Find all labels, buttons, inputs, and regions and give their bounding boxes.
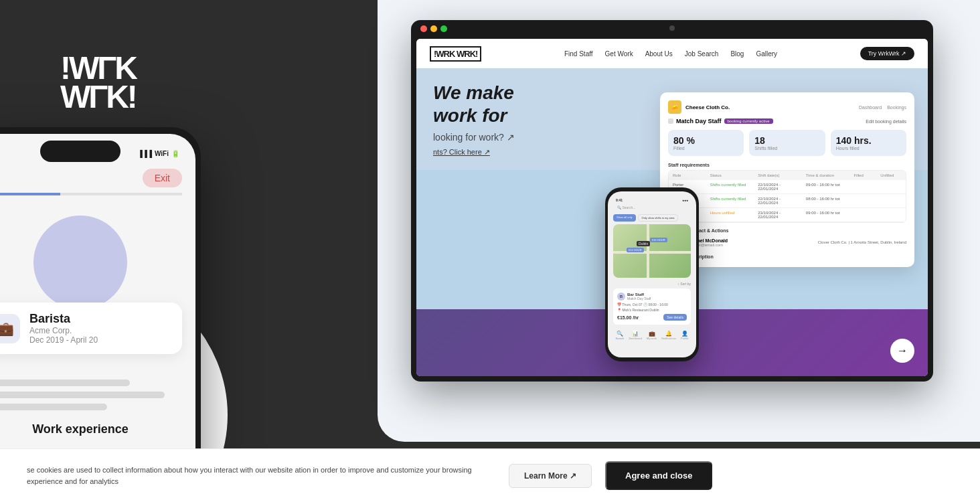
company-name: Cheese Cloth Co. bbox=[685, 104, 730, 110]
avatar bbox=[33, 216, 127, 309]
learn-more-button[interactable]: Learn More ↗ bbox=[509, 464, 592, 488]
skeleton-bar-3 bbox=[0, 404, 107, 410]
company-icon: 🧀 bbox=[668, 100, 681, 114]
nav-search[interactable]: 🔍 Search bbox=[616, 331, 625, 340]
location-info: Clover Cloth Co. | 1 Arnotts Street, Dub… bbox=[818, 240, 906, 244]
arrow-right-button[interactable]: → bbox=[890, 339, 914, 363]
small-phone-screen: 9:41 ●●● 🔍 Search... Show all only Only … bbox=[608, 191, 696, 357]
nav-notifications[interactable]: 🔔 Notifications bbox=[661, 331, 676, 340]
staff-table: Role Status Shift date(s) Time & duratio… bbox=[668, 170, 906, 223]
edit-booking-label[interactable]: Edit booking details bbox=[866, 119, 906, 124]
staff-requirements-label: Staff requirements bbox=[668, 163, 906, 167]
exit-button[interactable]: Exit bbox=[143, 169, 182, 187]
stats-row: 80 % Filled 18 Shifts filled 140 hrs. Ho… bbox=[668, 130, 906, 156]
website-logo: !WRK WRK! bbox=[430, 46, 481, 62]
filter-buttons: Show all only Only show shifts in my are… bbox=[613, 214, 691, 222]
window-controls bbox=[420, 25, 447, 32]
nav-blog[interactable]: Blog bbox=[730, 50, 744, 58]
booking-title: Match Day Staff bbox=[676, 118, 722, 124]
map-price-label: €12 HOUR bbox=[627, 248, 644, 252]
phone-notch bbox=[40, 141, 120, 162]
stat-hours: 140 hrs. Hours filled bbox=[831, 130, 906, 156]
maximize-dot bbox=[440, 25, 447, 32]
contact-info: M Michael McDonald michael@email.com Clo… bbox=[668, 236, 906, 249]
cookie-banner: se cookies are used to collect informati… bbox=[0, 448, 980, 502]
job-date: Dec 2019 - April 20 bbox=[29, 335, 98, 345]
small-listing-card[interactable]: B Bar Staff Match Day Staff 📅 Thurs, Oct… bbox=[613, 288, 691, 325]
map-label-dublin: Dublin bbox=[637, 241, 650, 246]
nav-dashboard[interactable]: 📊 Dashboard bbox=[629, 331, 642, 340]
website-nav: Find Staff Get Work About Us Job Search … bbox=[501, 50, 839, 58]
booking-status-badge: booking currently active bbox=[724, 118, 773, 124]
table-row: Barista Hours unfilled 23/10/2024 - 22/0… bbox=[669, 208, 906, 222]
table-row: Bar Staff Shifts currently filled 22/10/… bbox=[669, 194, 906, 208]
booking-icon bbox=[668, 118, 673, 124]
show-all-btn[interactable]: Show all only bbox=[613, 214, 636, 222]
main-phone-mockup: 9:41 ▐▐▐ WiFi 🔋 ← Exit 💼 Barista bbox=[0, 127, 201, 502]
hero-headline: We make work for bbox=[433, 82, 634, 127]
stat-filled: 80 % Filled bbox=[668, 130, 744, 156]
description-label: Booking description bbox=[668, 254, 906, 259]
map-price-label-2: €16 HOUR bbox=[650, 238, 667, 242]
minimize-dot bbox=[430, 25, 437, 32]
contact-section-label: Booking Contact & Actions bbox=[668, 228, 906, 233]
small-search-bar[interactable]: 🔍 Search... bbox=[613, 203, 691, 212]
main-content-area: !WRK WRK! Find Staff Get Work About Us J… bbox=[378, 0, 980, 442]
bookings-label: Bookings bbox=[887, 105, 906, 110]
table-header-row: Role Status Shift date(s) Time & duratio… bbox=[669, 171, 906, 180]
small-phone-nav: 🔍 Search 📊 Dashboard 💼 My work 🔔 Notific… bbox=[613, 327, 691, 343]
job-info: Barista Acme Corp. Dec 2019 - April 20 bbox=[29, 312, 98, 345]
map-road-h bbox=[613, 251, 691, 254]
skeleton-bar-1 bbox=[0, 380, 130, 386]
stat-shifts: 18 Shifts filled bbox=[749, 130, 825, 156]
sort-by[interactable]: ↕ Sort by bbox=[613, 282, 691, 286]
job-title: Barista bbox=[29, 312, 98, 326]
nav-job-search[interactable]: Job Search bbox=[685, 50, 719, 58]
small-map: Dublin €12 HOUR €16 HOUR bbox=[613, 224, 691, 278]
camera-dot bbox=[669, 25, 675, 31]
job-company: Acme Corp. bbox=[29, 326, 98, 335]
nav-my-work[interactable]: 💼 My work bbox=[647, 331, 657, 340]
phone-status-icons: ▐▐▐ WiFi 🔋 bbox=[138, 150, 179, 157]
agree-and-close-button[interactable]: Agree and close bbox=[605, 461, 712, 490]
filter-area-btn[interactable]: Only show shifts in my area bbox=[638, 214, 679, 222]
small-phone-content: 9:41 ●●● 🔍 Search... Show all only Only … bbox=[608, 191, 696, 348]
avatar-container bbox=[33, 216, 127, 309]
small-phone-status: 9:41 ●●● bbox=[613, 197, 691, 203]
nav-gallery[interactable]: Gallery bbox=[756, 50, 777, 58]
phone-screen: 9:41 ▐▐▐ WiFi 🔋 ← Exit 💼 Barista bbox=[0, 134, 195, 502]
brand-logo: !WΓK WΓK! bbox=[60, 54, 136, 111]
logo-area: !WΓK WΓK! bbox=[60, 54, 136, 111]
dashboard-section-label: Dashboard bbox=[859, 105, 882, 110]
job-card: 💼 Barista Acme Corp. Dec 2019 - April 20 bbox=[0, 303, 182, 354]
nav-profile[interactable]: 👤 Profile bbox=[681, 331, 688, 340]
map-road-v bbox=[647, 224, 649, 278]
skeleton-bar-2 bbox=[0, 392, 165, 398]
listing-avatar: B bbox=[617, 292, 625, 301]
cookie-text: se cookies are used to collect informati… bbox=[27, 465, 495, 487]
nav-find-staff[interactable]: Find Staff bbox=[564, 50, 593, 58]
phone-topbar: ← Exit bbox=[0, 163, 195, 193]
website-header: !WRK WRK! Find Staff Get Work About Us J… bbox=[416, 39, 928, 68]
close-dot bbox=[420, 25, 427, 32]
nav-get-work[interactable]: Get Work bbox=[605, 50, 633, 58]
job-icon: 💼 bbox=[0, 314, 20, 343]
table-row: Porter Shifts currently filled 22/10/202… bbox=[669, 180, 906, 194]
try-wrkwrk-button[interactable]: Try WrkWrk ↗ bbox=[860, 47, 914, 60]
work-experience-label: Work experience bbox=[0, 416, 195, 443]
small-phone-mockup: 9:41 ●●● 🔍 Search... Show all only Only … bbox=[605, 187, 699, 361]
nav-about-us[interactable]: About Us bbox=[645, 50, 673, 58]
